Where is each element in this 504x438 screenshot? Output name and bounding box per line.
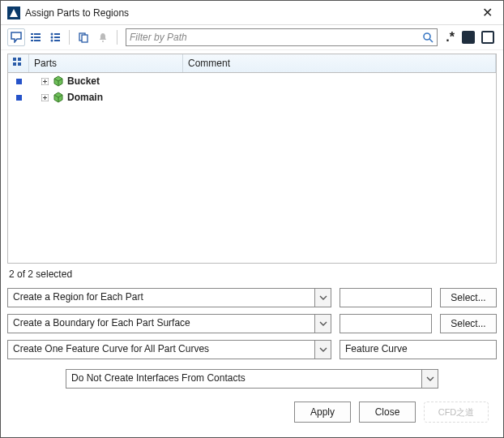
svg-rect-1: [31, 33, 33, 35]
filter-placeholder: Filter by Path: [130, 32, 422, 43]
part-icon: [53, 92, 64, 103]
chevron-down-icon[interactable]: [314, 315, 331, 333]
interfaces-mode-combo[interactable]: Do Not Create Interfaces From Contacts: [66, 369, 438, 389]
chevron-down-icon[interactable]: [314, 341, 331, 359]
region-select-button[interactable]: Select...: [440, 288, 497, 307]
toolbar-separator: [69, 30, 70, 45]
empty-square-icon[interactable]: [479, 28, 497, 46]
curve-row: Create One Feature Curve for All Part Cu…: [7, 340, 497, 359]
table-body: Bucket Domain: [8, 73, 496, 263]
region-row: Create a Region for Each Part Select...: [7, 288, 497, 307]
svg-line-17: [429, 39, 433, 42]
svg-rect-21: [18, 62, 21, 66]
svg-rect-18: [13, 58, 16, 61]
row-marker: [8, 79, 29, 84]
content-area: Parts Comment Bucket: [1, 50, 503, 437]
svg-point-9: [51, 36, 53, 39]
svg-rect-4: [34, 36, 41, 38]
list-bullets-icon[interactable]: [46, 28, 64, 46]
table-header: Parts Comment: [8, 54, 496, 73]
app-icon: [7, 6, 20, 19]
svg-point-16: [424, 33, 430, 40]
expand-icon[interactable]: [41, 93, 49, 102]
watermark: CFD之道: [424, 402, 489, 423]
region-mode-value: Create a Region for Each Part: [8, 289, 314, 307]
svg-point-7: [51, 33, 53, 36]
toolbar: Filter by Path .*: [1, 25, 503, 50]
row-marker: [8, 95, 29, 101]
callout-icon[interactable]: [7, 28, 25, 46]
expand-icon[interactable]: [41, 77, 49, 86]
part-name: Bucket: [67, 75, 100, 87]
svg-rect-2: [34, 33, 41, 35]
svg-rect-6: [34, 40, 41, 41]
svg-rect-8: [54, 33, 60, 35]
svg-point-15: [102, 41, 104, 42]
svg-rect-5: [31, 40, 33, 41]
part-name: Domain: [67, 92, 103, 103]
svg-rect-10: [54, 36, 60, 38]
list-collapse-icon[interactable]: [27, 28, 45, 46]
close-button[interactable]: Close: [359, 402, 416, 423]
footer: Apply Close CFD之道: [7, 397, 497, 431]
column-comment[interactable]: Comment: [183, 54, 496, 72]
title-bar: Assign Parts to Regions ✕: [1, 1, 503, 25]
interfaces-row: Do Not Create Interfaces From Contacts: [7, 369, 497, 389]
svg-rect-14: [82, 35, 88, 42]
svg-rect-12: [54, 40, 60, 41]
filled-square-icon[interactable]: [459, 28, 477, 46]
filter-input[interactable]: Filter by Path: [126, 28, 438, 46]
search-icon[interactable]: [422, 32, 434, 43]
close-icon[interactable]: ✕: [477, 5, 497, 20]
svg-point-11: [51, 40, 53, 42]
parts-table: Parts Comment Bucket: [7, 54, 497, 264]
svg-rect-20: [13, 62, 16, 66]
svg-rect-3: [31, 36, 33, 38]
region-mode-combo[interactable]: Create a Region for Each Part: [7, 288, 331, 307]
column-parts[interactable]: Parts: [29, 54, 183, 72]
part-icon: [53, 75, 64, 87]
column-marker[interactable]: [8, 54, 29, 72]
curve-value-input[interactable]: Feature Curve: [340, 340, 497, 359]
boundary-mode-value: Create a Boundary for Each Part Surface: [8, 315, 314, 333]
region-value-input[interactable]: [340, 288, 432, 307]
interfaces-mode-value: Do Not Create Interfaces From Contacts: [66, 370, 421, 388]
selection-status: 2 of 2 selected: [7, 264, 497, 288]
chevron-down-icon[interactable]: [314, 289, 331, 307]
dialog-window: Assign Parts to Regions ✕ Filter by Path…: [0, 0, 504, 438]
svg-rect-19: [18, 58, 21, 61]
curve-mode-value: Create One Feature Curve for All Part Cu…: [8, 341, 314, 359]
table-row[interactable]: Bucket: [8, 73, 496, 89]
boundary-row: Create a Boundary for Each Part Surface …: [7, 314, 497, 333]
chevron-down-icon[interactable]: [421, 370, 438, 388]
boundary-select-button[interactable]: Select...: [440, 314, 497, 333]
apply-button[interactable]: Apply: [294, 402, 351, 423]
boundary-value-input[interactable]: [340, 314, 432, 333]
curve-mode-combo[interactable]: Create One Feature Curve for All Part Cu…: [7, 340, 331, 359]
dialog-title: Assign Parts to Regions: [25, 7, 477, 19]
bell-icon[interactable]: [94, 28, 112, 46]
wildcard-icon[interactable]: .*: [442, 30, 458, 45]
toolbar-separator: [117, 30, 117, 45]
table-row[interactable]: Domain: [8, 89, 496, 105]
boundary-mode-combo[interactable]: Create a Boundary for Each Part Surface: [7, 314, 331, 333]
copy-icon[interactable]: [75, 28, 92, 46]
